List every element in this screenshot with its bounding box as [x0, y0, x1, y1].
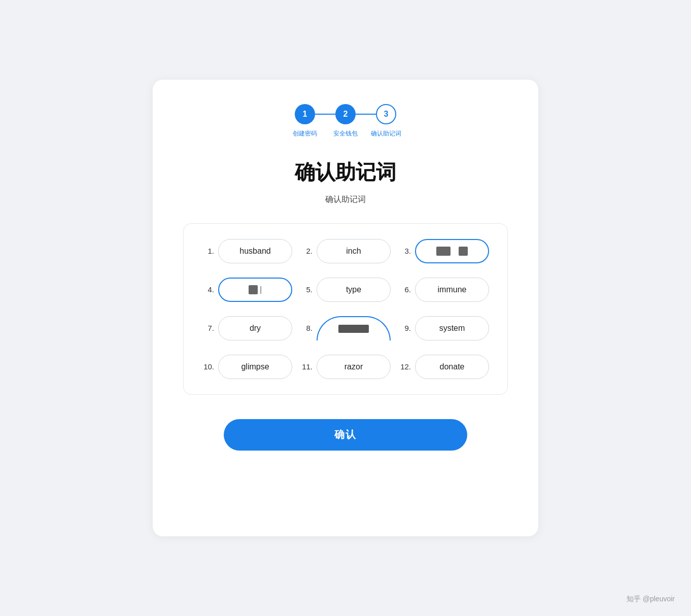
word-grid: 1. husband 2. inch 3.: [202, 239, 489, 379]
word-item-4: 4.: [202, 278, 292, 302]
step-label-2: 安全钱包: [325, 129, 366, 138]
steps-wrapper: 1 2 3 创建密码 安全钱包 确认助记词: [285, 104, 406, 138]
word-pill-3[interactable]: [415, 239, 489, 263]
step-label-1: 创建密码: [285, 129, 325, 138]
word-pill-7[interactable]: dry: [218, 316, 292, 340]
word-number-8: 8.: [300, 324, 313, 332]
word-number-7: 7.: [202, 324, 214, 332]
word-item-3: 3.: [399, 239, 489, 263]
word-number-12: 12.: [399, 362, 411, 371]
step-label-3: 确认助记词: [366, 129, 406, 138]
word-pill-10[interactable]: glimpse: [218, 355, 292, 379]
step-2-circle: 2: [335, 104, 356, 124]
word-number-5: 5.: [300, 285, 313, 294]
word-pill-12[interactable]: donate: [415, 355, 489, 379]
word-item-1: 1. husband: [202, 239, 292, 263]
word-pill-1[interactable]: husband: [218, 239, 292, 263]
word-number-1: 1.: [202, 247, 214, 255]
page-subtitle: 确认助记词: [325, 194, 366, 205]
word-number-6: 6.: [399, 285, 411, 294]
word-pill-6[interactable]: immune: [415, 278, 489, 302]
word-number-9: 9.: [399, 324, 411, 332]
page-title: 确认助记词: [295, 158, 396, 186]
steps-row: 1 2 3: [295, 104, 396, 124]
step-1-circle: 1: [295, 104, 315, 124]
watermark: 知乎 @pleuvoir: [627, 595, 675, 604]
word-number-2: 2.: [300, 247, 313, 255]
confirm-button[interactable]: 确认: [224, 419, 467, 451]
word-pill-4[interactable]: [218, 278, 292, 302]
word-grid-container: 1. husband 2. inch 3.: [183, 223, 508, 395]
word-item-8: 8.: [300, 316, 391, 340]
step-3-circle: 3: [376, 104, 396, 124]
word-item-2: 2. inch: [300, 239, 391, 263]
word-pill-9[interactable]: system: [415, 316, 489, 340]
redacted-block-8: [338, 325, 369, 333]
word-item-5: 5. type: [300, 278, 391, 302]
redacted-block-3b: [459, 247, 468, 256]
word-item-9: 9. system: [399, 316, 489, 340]
word-pill-8[interactable]: [317, 316, 391, 340]
word-item-11: 11. razor: [300, 355, 391, 379]
main-card: 1 2 3 创建密码 安全钱包 确认助记词 确认助记词 确认助记词 1.: [153, 80, 538, 536]
step-line-2: [356, 114, 376, 115]
word-pill-11[interactable]: razor: [317, 355, 391, 379]
word-item-7: 7. dry: [202, 316, 292, 340]
redacted-block-3a: [436, 247, 451, 256]
word-pill-2[interactable]: inch: [317, 239, 391, 263]
word-number-11: 11.: [300, 362, 313, 371]
word-number-10: 10.: [202, 362, 214, 371]
word-item-12: 12. donate: [399, 355, 489, 379]
word-pill-5[interactable]: type: [317, 278, 391, 302]
step-line-1: [315, 114, 335, 115]
steps-labels: 创建密码 安全钱包 确认助记词: [285, 129, 406, 138]
word-number-3: 3.: [399, 247, 411, 255]
word-item-10: 10. glimpse: [202, 355, 292, 379]
word-item-6: 6. immune: [399, 278, 489, 302]
redacted-block-4: [249, 285, 258, 294]
word-number-4: 4.: [202, 285, 214, 294]
